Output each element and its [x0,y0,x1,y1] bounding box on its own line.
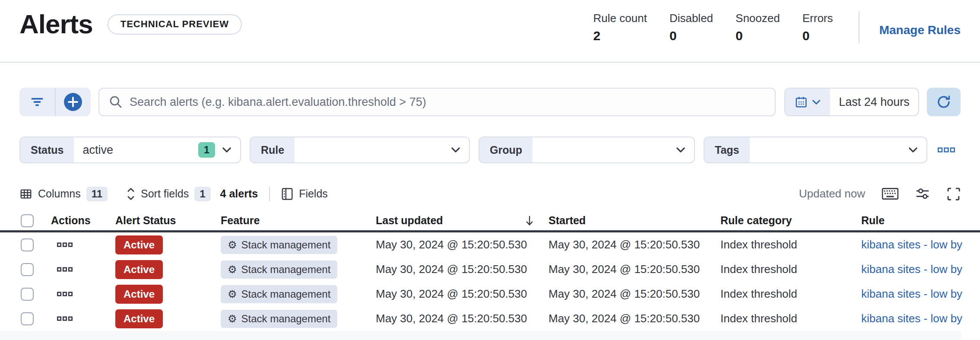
filter-status-value: active [82,143,191,157]
search-icon [109,95,123,109]
started-cell: May 30, 2024 @ 15:20:50.530 [549,312,720,325]
filter-row: Status active 1 Rule Group Tags [0,137,980,163]
stat-snoozed: Snoozed 0 [736,12,780,43]
filter-button[interactable] [19,88,55,116]
header-last-updated-label: Last updated [376,214,443,227]
columns-button[interactable]: Columns 11 [19,187,108,201]
chevron-down-icon [222,147,232,153]
rule-stats: Rule count 2 Disabled 0 Snoozed 0 Errors… [593,12,844,43]
updated-status: Updated now [799,187,865,200]
plus-circle-icon [63,92,82,111]
filter-status[interactable]: Status active 1 [19,137,241,163]
row-actions-button[interactable] [57,267,73,272]
filter-tags[interactable]: Tags [704,137,927,163]
sort-fields-button[interactable]: Sort fields 1 [127,187,211,201]
rule-link[interactable]: kibana sites - low by [861,238,962,251]
alerts-table: Actions Alert Status Feature Last update… [0,211,980,331]
rule-link[interactable]: kibana sites - low by [861,287,962,300]
boxes-horizontal-icon [57,242,73,247]
stat-value: 2 [593,29,647,43]
row-checkbox[interactable] [21,263,34,276]
table-header-row: Actions Alert Status Feature Last update… [0,211,980,232]
display-options-button[interactable] [915,187,930,201]
rule-link[interactable]: kibana sites - low by [861,312,962,325]
header-rule[interactable]: Rule [861,214,980,227]
row-checkbox[interactable] [21,288,34,301]
stat-value: 0 [802,29,844,43]
gear-icon: ⚙ [228,289,237,299]
fields-button[interactable]: Fields [281,187,328,200]
refresh-button[interactable] [927,88,961,116]
page-header: Alerts TECHNICAL PREVIEW Rule count 2 Di… [0,0,980,63]
fields-label: Fields [299,187,328,200]
header-alert-status[interactable]: Alert Status [115,214,221,227]
filter-group-label: Group [479,137,533,162]
table-row: Active ⚙Stack management May 30, 2024 @ … [0,306,980,331]
table-row: Active ⚙Stack management May 30, 2024 @ … [0,282,980,306]
row-actions-button[interactable] [57,242,73,247]
more-filters-button[interactable] [938,147,955,153]
filter-status-count-badge: 1 [198,142,215,158]
select-all-checkbox[interactable] [21,214,34,227]
status-badge: Active [115,309,163,328]
row-checkbox[interactable] [21,312,34,325]
header-last-updated[interactable]: Last updated [376,214,549,227]
date-range-value[interactable]: Last 24 hours [830,89,918,115]
rule-category-cell: Index threshold [720,263,861,276]
boxes-horizontal-icon [57,292,73,296]
sort-count-badge: 1 [194,187,210,201]
manage-rules-link[interactable]: Manage Rules [879,17,961,37]
chevron-down-icon [451,147,460,153]
refresh-icon [936,95,951,109]
header-rule-category[interactable]: Rule category [720,214,861,227]
header-feature[interactable]: Feature [221,214,376,227]
filter-group[interactable]: Group [479,137,695,163]
header-actions[interactable]: Actions [51,214,115,227]
gear-icon: ⚙ [228,264,237,275]
columns-label: Columns [38,187,81,200]
toolbar-divider [269,187,270,201]
feature-badge-label: Stack management [241,288,331,300]
fields-icon [281,187,293,200]
keyboard-shortcuts-button[interactable] [882,187,899,200]
started-cell: May 30, 2024 @ 15:20:50.530 [549,238,720,251]
table-row: Active ⚙Stack management May 30, 2024 @ … [0,257,980,282]
last-updated-cell: May 30, 2024 @ 15:20:50.530 [376,238,549,251]
add-filter-button[interactable] [56,88,91,116]
rule-category-cell: Index threshold [720,287,861,301]
feature-badge-label: Stack management [241,313,331,325]
sliders-icon [915,187,930,201]
rule-link[interactable]: kibana sites - low by [861,263,962,276]
filter-rule[interactable]: Rule [250,137,470,163]
fullscreen-button[interactable] [946,187,961,201]
header-started[interactable]: Started [549,214,720,227]
grid-toolbar: Columns 11 Sort fields 1 4 alerts Fields… [0,184,980,204]
row-actions-button[interactable] [57,316,73,321]
stat-label: Errors [802,12,844,25]
stat-label: Rule count [593,12,647,25]
header-right: Rule count 2 Disabled 0 Snoozed 0 Errors… [593,10,961,43]
rule-category-cell: Index threshold [720,238,861,251]
boxes-horizontal-icon [57,316,73,321]
grid-footer-strip [0,331,961,340]
stat-label: Disabled [669,12,713,25]
filter-tags-label: Tags [704,137,750,162]
calendar-icon [795,95,808,108]
row-checkbox[interactable] [21,238,34,251]
stat-errors: Errors 0 [802,12,844,43]
row-actions-button[interactable] [57,292,73,296]
status-badge: Active [115,235,163,254]
filter-status-label: Status [20,137,74,162]
toolbar-right: Updated now [799,187,961,201]
chevron-down-icon [676,147,685,153]
feature-badge: ⚙Stack management [221,261,337,279]
chevron-down-icon [908,147,918,153]
stat-rule-count: Rule count 2 [593,12,647,43]
stat-value: 0 [736,29,780,43]
title-wrap: Alerts TECHNICAL PREVIEW [19,10,242,39]
started-cell: May 30, 2024 @ 15:20:50.530 [549,287,720,301]
alerts-count: 4 alerts [220,187,258,200]
date-picker-calendar-button[interactable] [785,89,830,115]
search-input[interactable] [130,95,765,109]
gear-icon: ⚙ [228,240,237,250]
